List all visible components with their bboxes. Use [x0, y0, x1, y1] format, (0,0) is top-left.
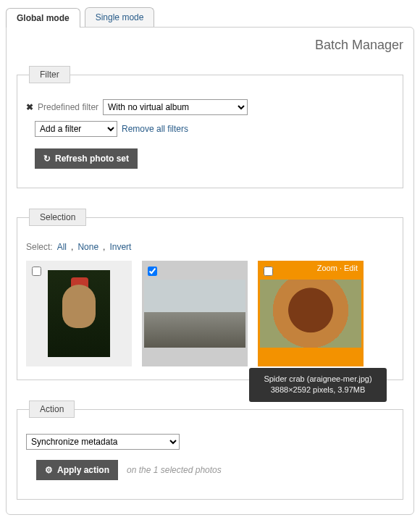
selection-fieldset: Selection Select: All, None, Invert: [17, 209, 403, 380]
thumbnail-item[interactable]: [26, 261, 132, 366]
thumbnail-item[interactable]: [142, 261, 248, 366]
predefined-filter-label: Predefined filter: [38, 102, 98, 112]
apply-action-label: Apply action: [57, 465, 109, 475]
select-none-link[interactable]: None: [77, 242, 98, 252]
apply-action-note: on the 1 selected photos: [127, 465, 222, 475]
thumbnail-zoom-link[interactable]: Zoom: [317, 264, 337, 272]
thumbnail-image: [260, 280, 361, 348]
thumbnail-grid: Zoom · Edit Spider crab (araignee-mer.jp…: [26, 261, 394, 366]
select-invert-link[interactable]: Invert: [109, 242, 131, 252]
action-select[interactable]: Synchronize metadata: [26, 434, 180, 450]
tooltip-meta: 3888×2592 pixels, 3.97MB: [252, 385, 384, 395]
predefined-filter-select[interactable]: With no virtual album: [103, 99, 248, 115]
gear-icon: ⚙: [45, 465, 53, 475]
thumbnail-checkbox[interactable]: [148, 267, 157, 276]
tooltip-title: Spider crab (araignee-mer.jpg): [252, 374, 384, 385]
thumbnail-checkbox[interactable]: [32, 267, 41, 276]
remove-filter-icon[interactable]: ✖: [26, 102, 33, 112]
thumbnail-image: [48, 270, 110, 357]
refresh-icon: ↻: [43, 154, 51, 164]
mode-tabs: Global mode Single mode: [6, 7, 414, 27]
action-fieldset: Action Synchronize metadata ⚙ Apply acti…: [17, 401, 403, 500]
add-filter-select[interactable]: Add a filter: [35, 121, 117, 137]
page-title: Batch Manager: [17, 38, 403, 53]
thumbnail-tooltip: Spider crab (araignee-mer.jpg) 3888×2592…: [249, 368, 387, 402]
thumbnail-checkbox[interactable]: [264, 267, 273, 276]
filter-fieldset: Filter ✖ Predefined filter With no virtu…: [17, 66, 403, 188]
action-legend: Action: [29, 401, 75, 418]
thumbnail-image: [144, 280, 245, 348]
filter-legend: Filter: [29, 66, 70, 83]
refresh-photo-set-button[interactable]: ↻ Refresh photo set: [35, 148, 138, 169]
remove-all-filters-link[interactable]: Remove all filters: [122, 124, 188, 134]
thumbnail-actions: Zoom · Edit: [317, 264, 358, 272]
tab-single-mode[interactable]: Single mode: [85, 7, 155, 27]
thumbnail-edit-link[interactable]: Edit: [344, 264, 358, 272]
tab-global-mode[interactable]: Global mode: [6, 8, 80, 28]
thumbnail-item[interactable]: Zoom · Edit Spider crab (araignee-mer.jp…: [258, 261, 364, 366]
selection-legend: Selection: [29, 209, 86, 226]
refresh-button-label: Refresh photo set: [55, 154, 129, 164]
select-all-link[interactable]: All: [57, 242, 67, 252]
apply-action-button[interactable]: ⚙ Apply action: [36, 460, 118, 480]
select-label: Select:: [26, 242, 53, 252]
